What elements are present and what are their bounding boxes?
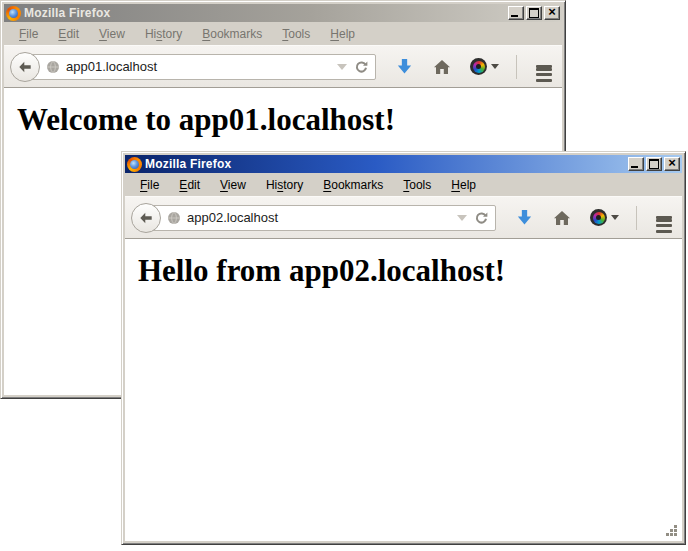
- urlbar-dropdown-icon[interactable]: [337, 64, 347, 70]
- minimize-button[interactable]: [628, 157, 644, 171]
- firefox-app-icon[interactable]: [127, 157, 142, 172]
- menu-panel-button[interactable]: [656, 214, 672, 222]
- colorwheel-icon: [590, 209, 607, 226]
- chevron-down-icon: [611, 215, 619, 220]
- menu-bookmarks[interactable]: Bookmarks: [313, 175, 393, 195]
- hamburger-icon: [656, 216, 672, 219]
- menu-history[interactable]: History: [135, 24, 192, 44]
- back-button[interactable]: [10, 52, 40, 82]
- back-arrow-icon: [138, 210, 154, 226]
- menu-bookmarks[interactable]: Bookmarks: [192, 24, 272, 44]
- menu-edit[interactable]: Edit: [169, 175, 210, 195]
- window-controls: ×: [628, 157, 680, 171]
- toolbar-separator: [636, 206, 637, 230]
- maximize-button[interactable]: [646, 157, 662, 171]
- menu-tools[interactable]: Tools: [393, 175, 441, 195]
- page-heading: Welcome to app01.localhost!: [17, 102, 562, 138]
- menu-file[interactable]: File: [9, 24, 48, 44]
- navigation-toolbar: app01.localhost: [4, 45, 562, 88]
- url-bar[interactable]: app02.localhost: [146, 205, 496, 231]
- menu-help[interactable]: Help: [441, 175, 486, 195]
- colorwheel-extension-button[interactable]: [590, 209, 619, 226]
- close-icon: ×: [548, 7, 556, 17]
- menu-file[interactable]: File: [130, 175, 169, 195]
- back-button[interactable]: [131, 203, 161, 233]
- window-title: Mozilla Firefox: [145, 157, 625, 171]
- page-content-app02: Hello from app02.localhost!: [125, 239, 682, 541]
- window-controls: ×: [508, 6, 560, 20]
- navigation-toolbar: app02.localhost: [125, 196, 682, 239]
- url-text[interactable]: app01.localhost: [66, 59, 331, 74]
- menu-view[interactable]: View: [210, 175, 256, 195]
- hamburger-icon: [536, 65, 552, 68]
- titlebar[interactable]: Mozilla Firefox ×: [125, 155, 682, 173]
- page-heading: Hello from app02.localhost!: [138, 253, 682, 289]
- firefox-app-icon[interactable]: [6, 6, 21, 21]
- titlebar[interactable]: Mozilla Firefox ×: [4, 4, 562, 22]
- maximize-button[interactable]: [526, 6, 542, 20]
- toolbar-separator: [516, 55, 517, 79]
- menu-panel-button[interactable]: [536, 63, 552, 71]
- urlbar-dropdown-icon[interactable]: [457, 215, 467, 221]
- download-arrow-icon: [395, 57, 414, 76]
- menu-tools[interactable]: Tools: [272, 24, 320, 44]
- minimize-icon: [511, 15, 518, 17]
- close-button[interactable]: ×: [544, 6, 560, 20]
- menubar: File Edit View History Bookmarks Tools H…: [125, 173, 682, 196]
- home-icon: [433, 59, 451, 75]
- reload-button[interactable]: [353, 59, 369, 75]
- chevron-down-icon: [491, 64, 499, 69]
- colorwheel-icon: [470, 58, 487, 75]
- menu-help[interactable]: Help: [320, 24, 365, 44]
- back-arrow-icon: [17, 59, 33, 75]
- downloads-button[interactable]: [395, 57, 414, 76]
- home-button[interactable]: [433, 59, 451, 75]
- reload-button[interactable]: [473, 210, 489, 226]
- downloads-button[interactable]: [515, 208, 534, 227]
- minimize-icon: [631, 166, 638, 168]
- menu-edit[interactable]: Edit: [48, 24, 89, 44]
- home-icon: [553, 210, 571, 226]
- home-button[interactable]: [553, 210, 571, 226]
- url-bar[interactable]: app01.localhost: [25, 54, 376, 80]
- menubar: File Edit View History Bookmarks Tools H…: [4, 22, 562, 45]
- colorwheel-extension-button[interactable]: [470, 58, 499, 75]
- window-title: Mozilla Firefox: [24, 6, 505, 20]
- maximize-icon: [649, 159, 659, 169]
- close-button[interactable]: ×: [664, 157, 680, 171]
- close-icon: ×: [668, 158, 676, 168]
- resize-grip[interactable]: [665, 524, 678, 537]
- firefox-window-app02: Mozilla Firefox × File Edit View History…: [121, 151, 686, 545]
- globe-site-icon: [167, 211, 181, 225]
- minimize-button[interactable]: [508, 6, 524, 20]
- menu-history[interactable]: History: [256, 175, 313, 195]
- url-text[interactable]: app02.localhost: [187, 210, 451, 225]
- menu-view[interactable]: View: [89, 24, 135, 44]
- maximize-icon: [529, 8, 539, 18]
- download-arrow-icon: [515, 208, 534, 227]
- globe-site-icon: [46, 60, 60, 74]
